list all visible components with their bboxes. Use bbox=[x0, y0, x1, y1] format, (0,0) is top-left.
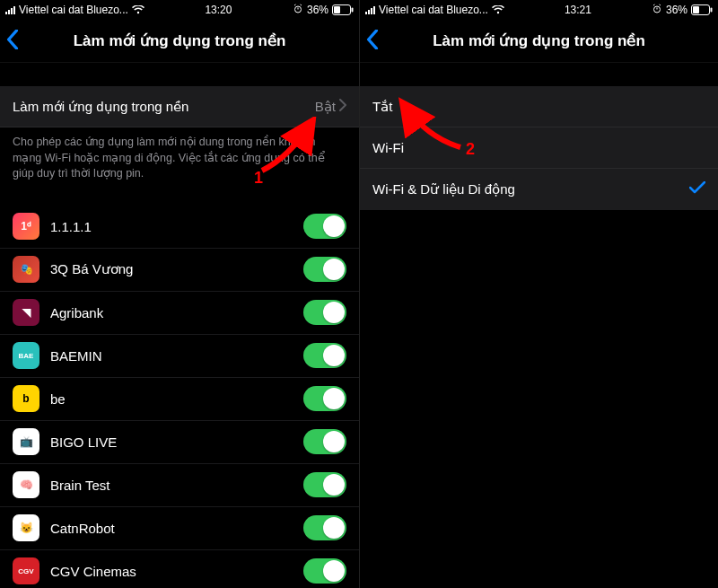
svg-line-2 bbox=[294, 4, 296, 5]
back-button[interactable] bbox=[365, 30, 380, 53]
option-row[interactable]: Tắt bbox=[360, 86, 718, 127]
alarm-icon bbox=[293, 4, 303, 17]
battery-pct-label: 36% bbox=[666, 4, 687, 16]
option-row[interactable]: Wi-Fi bbox=[360, 127, 718, 169]
app-toggle[interactable] bbox=[303, 429, 346, 454]
option-list: TắtWi-FiWi-Fi & Dữ liệu Di động bbox=[360, 86, 718, 210]
option-label: Wi-Fi & Dữ liệu Di động bbox=[372, 181, 689, 197]
back-button[interactable] bbox=[5, 30, 20, 53]
status-bar: Viettel cai dat Bluezo... 13:20 36% bbox=[0, 0, 359, 20]
page-title: Làm mới ứng dụng trong nền bbox=[360, 31, 718, 50]
app-toggle[interactable] bbox=[303, 257, 346, 282]
annotation-label-2: 2 bbox=[466, 140, 475, 159]
option-label: Tắt bbox=[372, 99, 705, 115]
wifi-icon bbox=[492, 5, 504, 14]
app-row: 📺BIGO LIVE bbox=[0, 421, 359, 464]
signal-icon bbox=[5, 6, 15, 14]
option-row[interactable]: Wi-Fi & Dữ liệu Di động bbox=[360, 169, 718, 210]
app-icon: 🧠 bbox=[13, 471, 39, 498]
svg-rect-13 bbox=[693, 6, 699, 13]
svg-rect-6 bbox=[351, 8, 353, 13]
carrier-label: Viettel cai dat Bluezo... bbox=[19, 4, 128, 16]
clock-label: 13:20 bbox=[205, 4, 232, 16]
app-list: 1ᵈ1.1.1.1🎭3Q Bá Vương◥AgribankBAEBAEMINb… bbox=[0, 206, 359, 589]
svg-rect-5 bbox=[334, 6, 340, 13]
app-name-label: Brain Test bbox=[50, 478, 303, 493]
app-name-label: Agribank bbox=[50, 305, 303, 320]
battery-icon bbox=[332, 4, 354, 15]
app-toggle[interactable] bbox=[303, 558, 346, 584]
app-icon: 😺 bbox=[13, 514, 39, 541]
app-icon: 1ᵈ bbox=[13, 213, 39, 240]
app-name-label: 1.1.1.1 bbox=[50, 219, 303, 234]
app-icon: ◥ bbox=[13, 299, 39, 326]
carrier-label: Viettel cai dat Bluezo... bbox=[379, 4, 488, 16]
app-row: BAEBAEMIN bbox=[0, 335, 359, 378]
app-toggle[interactable] bbox=[303, 472, 346, 497]
app-row: CGVCGV Cinemas bbox=[0, 550, 359, 589]
app-icon: 🎭 bbox=[13, 256, 39, 283]
status-bar: Viettel cai dat Bluezo... 13:21 36% bbox=[360, 0, 718, 20]
app-icon: BAE bbox=[13, 342, 39, 369]
option-label: Wi-Fi bbox=[372, 140, 705, 155]
app-toggle[interactable] bbox=[303, 515, 346, 540]
app-name-label: BIGO LIVE bbox=[50, 434, 303, 450]
background-refresh-row[interactable]: Làm mới ứng dụng trong nền Bật bbox=[0, 86, 359, 127]
svg-rect-14 bbox=[710, 8, 712, 13]
phone-left: Viettel cai dat Bluezo... 13:20 36% Làm … bbox=[0, 0, 359, 588]
annotation-label-1: 1 bbox=[254, 169, 263, 188]
signal-icon bbox=[365, 6, 375, 14]
app-row: ◥Agribank bbox=[0, 292, 359, 335]
svg-line-11 bbox=[659, 4, 661, 5]
refresh-group: Làm mới ứng dụng trong nền Bật Cho phép … bbox=[0, 86, 359, 182]
battery-pct-label: 36% bbox=[307, 4, 328, 16]
app-name-label: CatnRobot bbox=[50, 521, 303, 536]
app-name-label: CGV Cinemas bbox=[50, 564, 303, 579]
battery-icon bbox=[691, 4, 713, 15]
alarm-icon bbox=[652, 4, 662, 17]
chevron-right-icon bbox=[339, 99, 346, 115]
app-icon: 📺 bbox=[13, 428, 39, 455]
app-row: bbe bbox=[0, 378, 359, 421]
clock-label: 13:21 bbox=[565, 4, 591, 16]
app-row: 😺CatnRobot bbox=[0, 507, 359, 550]
page-title: Làm mới ứng dụng trong nền bbox=[0, 31, 359, 50]
app-row: 1ᵈ1.1.1.1 bbox=[0, 206, 359, 249]
app-toggle[interactable] bbox=[303, 300, 346, 325]
app-toggle[interactable] bbox=[303, 343, 346, 368]
app-icon: b bbox=[13, 385, 39, 412]
app-name-label: 3Q Bá Vương bbox=[50, 261, 303, 277]
svg-line-10 bbox=[653, 4, 655, 5]
row-label: Làm mới ứng dụng trong nền bbox=[13, 99, 315, 115]
checkmark-icon bbox=[689, 181, 705, 197]
app-toggle[interactable] bbox=[303, 386, 346, 411]
phone-right: Viettel cai dat Bluezo... 13:21 36% Làm … bbox=[359, 0, 718, 588]
group-footer-text: Cho phép các ứng dụng làm mới nội dung t… bbox=[0, 127, 359, 182]
nav-bar: Làm mới ứng dụng trong nền bbox=[0, 20, 359, 63]
app-icon: CGV bbox=[13, 557, 39, 584]
wifi-icon bbox=[132, 5, 144, 14]
row-value: Bật bbox=[315, 99, 339, 115]
svg-line-3 bbox=[300, 4, 302, 5]
app-row: 🎭3Q Bá Vương bbox=[0, 249, 359, 292]
app-name-label: be bbox=[50, 391, 303, 407]
app-row: 🧠Brain Test bbox=[0, 464, 359, 507]
app-name-label: BAEMIN bbox=[50, 348, 303, 364]
app-toggle[interactable] bbox=[303, 214, 346, 239]
nav-bar: Làm mới ứng dụng trong nền bbox=[360, 20, 718, 63]
